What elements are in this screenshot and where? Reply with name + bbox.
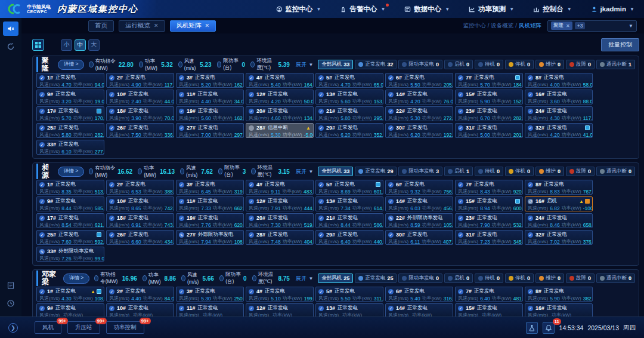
status-filter-button[interactable]: 待机 0 — [475, 274, 503, 283]
status-filter-button[interactable]: 维护 0 — [535, 167, 564, 176]
turbine-card[interactable]: 12# 正常发电 风速(m/s) 4.20 功率(kW) 50.00 — [246, 90, 314, 105]
turbine-card[interactable]: 28# 信息中断 ▲ 风速(m/s) 5.30 功率(kW) -5.00 — [246, 123, 314, 138]
size-large-button[interactable]: 大 — [88, 39, 100, 51]
status-filter-button[interactable]: 正常发电 29 — [355, 167, 397, 176]
turbine-card[interactable]: 17# 正常发电 风速(m/s) 8.54 功率(kW) 621.00 — [36, 213, 104, 228]
turbine-card[interactable]: 15# 正常发电 风速(m/s) 8.94 功率(kW) 600.00 — [455, 196, 523, 211]
status-filter-button[interactable]: 通讯中断 1 — [596, 60, 635, 69]
status-filter-button[interactable]: 待机 0 — [475, 167, 503, 176]
turbine-card[interactable]: 8# 正常发电 风速(m/s) 5.90 功率(kW) 382.00 — [525, 287, 593, 302]
turbine-card[interactable]: 9# 正常发电 风速(m/s) 功率(kW) — [36, 303, 104, 317]
status-filter-button[interactable]: 待机 0 — [475, 60, 503, 69]
expand-link[interactable]: 展开 ▼ — [296, 168, 313, 176]
notification-button[interactable]: 11 — [543, 322, 555, 334]
turbine-card[interactable]: 3# 正常发电 风速(m/s) 6.45 功率(kW) 319.00 — [176, 180, 244, 195]
turbine-card[interactable]: 14# 正常发电 风速(m/s) 6.03 功率(kW) 456.00 — [385, 196, 453, 211]
menu-monitor-center[interactable]: 监控中心▼ — [267, 0, 331, 18]
size-small-button[interactable]: 小 — [61, 39, 72, 51]
turbine-card[interactable]: 1# 正常发电 ▲ 风速(m/s) 4.30 功率(kW) 108.00 — [36, 287, 104, 302]
turbine-card[interactable]: 10# 正常发电 风速(m/s) 2.40 功率(kW) 44.00 — [106, 90, 174, 105]
history-button[interactable] — [3, 296, 18, 311]
turbine-card[interactable]: 8# 正常发电 风速(m/s) 4.00 功率(kW) 58.00 — [525, 73, 593, 88]
turbine-card[interactable]: 23# 正常发电 风速(m/s) 7.90 功率(kW) 532.00 — [455, 213, 523, 228]
status-filter-button[interactable]: 限功率发电 3 — [398, 167, 442, 176]
turbine-card[interactable]: 23# 正常发电 风速(m/s) 6.70 功率(kW) 282.00 — [455, 106, 523, 121]
log-list-button[interactable] — [3, 278, 18, 293]
turbine-card[interactable]: 14# 正常发电 风速(m/s) 功率(kW) — [385, 303, 453, 317]
collapse-toggle-button[interactable]: ❯ — [8, 323, 18, 333]
turbine-card[interactable]: 2# 正常发电 风速(m/s) 4.90 功率(kW) 117.00 — [106, 73, 174, 88]
status-filter-button[interactable]: 启机 1 — [444, 167, 473, 176]
filter-tag[interactable]: 聚隆✕ — [551, 21, 572, 30]
turbine-card[interactable]: 30# 正常发电 风速(m/s) 6.11 功率(kW) 407.00 — [385, 230, 453, 245]
turbine-card[interactable]: 13# 正常发电 风速(m/s) 功率(kW) — [315, 303, 383, 317]
turbine-card[interactable]: 12# 正常发电 风速(m/s) 功率(kW) — [246, 303, 314, 317]
turbine-card[interactable]: 10# 正常发电 风速(m/s) 8.65 功率(kW) 742.00 — [106, 196, 174, 211]
size-medium-button[interactable]: 中 — [75, 39, 86, 51]
expand-link[interactable]: 展开 ▼ — [296, 275, 313, 282]
turbine-card[interactable]: 9# 正常发电 风速(m/s) 3.20 功率(kW) 19.00 — [36, 90, 104, 105]
close-icon[interactable]: ✕ — [566, 23, 570, 29]
turbine-card[interactable]: 32# 正常发电 风速(m/s) 4.20 功率(kW) 41.00 — [525, 123, 593, 138]
fan-alarms-button[interactable]: 风机99+ — [35, 321, 61, 334]
status-filter-button[interactable]: 限功率发电 0 — [398, 274, 442, 283]
turbine-card[interactable]: 8# 正常发电 风速(m/s) 8.83 功率(kW) 767.00 — [525, 180, 593, 195]
status-filter-button[interactable]: 通讯中断 0 — [596, 167, 635, 176]
breadcrumb-item[interactable]: 设备概览 — [491, 22, 513, 29]
status-filter-button[interactable]: 通讯中断 0 — [596, 274, 635, 283]
turbine-card[interactable]: 20# 正常发电 风速(m/s) 7.30 功率(kW) 519.00 — [246, 213, 314, 228]
status-filter-button[interactable]: 正常发电 32 — [355, 60, 397, 69]
substation-alarms-button[interactable]: 升压站99+ — [67, 321, 100, 334]
status-filter-button[interactable]: 停机 0 — [505, 274, 534, 283]
farm-detail-button[interactable]: 详情 > — [58, 167, 84, 177]
report-button[interactable] — [526, 322, 538, 334]
menu-user-account[interactable]: jkadmin▼ — [581, 0, 644, 18]
refresh-button[interactable] — [3, 39, 18, 54]
status-filter-button[interactable]: 全部风机 25 — [318, 274, 353, 283]
turbine-card[interactable]: 31# 正常发电 风速(m/s) 7.23 功率(kW) 345.00 — [455, 230, 523, 245]
turbine-card[interactable]: 11# 正常发电 风速(m/s) 4.40 功率(kW) 34.00 — [176, 90, 244, 105]
turbine-card[interactable]: 11# 正常发电 风速(m/s) 7.33 功率(kW) 662.00 — [176, 196, 244, 211]
turbine-card[interactable]: 33# 外部限功率发电 风速(m/s) 7.26 功率(kW) 99.00 — [36, 247, 104, 262]
turbine-card[interactable]: 29# 正常发电 风速(m/s) 6.20 功率(kW) 352.00 — [315, 123, 383, 138]
turbine-card[interactable]: 7# 正常发电 风速(m/s) 5.70 功率(kW) 184.00 — [455, 73, 523, 88]
status-filter-button[interactable]: 停机 0 — [505, 167, 534, 176]
breadcrumb-item[interactable]: 监控中心 — [463, 22, 486, 29]
turbine-card[interactable]: 20# 正常发电 风速(m/s) 4.60 功率(kW) 134.00 — [246, 106, 314, 121]
turbine-card[interactable]: 25# 正常发电 风速(m/s) 7.60 功率(kW) 592.00 — [36, 230, 104, 245]
status-filter-button[interactable]: 维护 0 — [535, 60, 564, 69]
turbine-card[interactable]: 31# 正常发电 风速(m/s) 5.00 功率(kW) 201.00 — [455, 123, 523, 138]
status-filter-button[interactable]: 限功率发电 0 — [398, 60, 442, 69]
turbine-card[interactable]: 15# 正常发电 风速(m/s) 5.90 功率(kW) 152.00 — [455, 90, 523, 105]
grid-view-button[interactable] — [32, 39, 44, 51]
turbine-card[interactable]: 17# 正常发电 风速(m/s) 5.70 功率(kW) 170.00 — [36, 106, 104, 121]
turbine-card[interactable]: 15# 正常发电 风速(m/s) 功率(kW) — [455, 303, 523, 317]
close-icon[interactable]: ✕ — [205, 23, 210, 29]
turbine-card[interactable]: 5# 正常发电 风速(m/s) 5.50 功率(kW) 311.00 — [315, 287, 383, 302]
turbine-card[interactable]: 22# 正常发电 风速(m/s) 5.30 功率(kW) 272.00 — [385, 106, 453, 121]
tab-turbine-matrix[interactable]: 风机矩阵 ✕ — [170, 20, 216, 32]
turbine-card[interactable]: 10# 正常发电 风速(m/s) 功率(kW) — [106, 303, 174, 317]
turbine-card[interactable]: 27# 正常发电 风速(m/s) 7.00 功率(kW) 297.00 — [176, 123, 244, 138]
turbine-card[interactable]: 18# 正常发电 风速(m/s) 3.90 功率(kW) 70.00 — [106, 106, 174, 121]
turbine-card[interactable]: 12# 正常发电 风速(m/s) 7.91 功率(kW) 444.00 — [246, 196, 314, 211]
turbine-card[interactable]: 6# 正常发电 风速(m/s) 5.40 功率(kW) 316.00 — [385, 287, 453, 302]
turbine-card[interactable]: 6# 正常发电 风速(m/s) 5.50 功率(kW) 205.00 — [385, 73, 453, 88]
turbine-card[interactable]: 24# 正常发电 风速(m/s) 4.30 功率(kW) 117.00 — [525, 106, 593, 121]
status-filter-button[interactable]: 停机 0 — [505, 60, 534, 69]
status-filter-button[interactable]: 启机 0 — [444, 60, 473, 69]
turbine-card[interactable]: 32# 正常发电 风速(m/s) 7.02 功率(kW) 376.00 — [525, 230, 593, 245]
power-control-alarms-button[interactable]: 功率控制99+ — [106, 321, 144, 334]
turbine-card[interactable]: 24# 正常发电 风速(m/s) 8.46 功率(kW) 658.00 — [525, 213, 593, 228]
menu-alarm-center[interactable]: 告警中心▼ — [330, 0, 395, 18]
turbine-card[interactable]: 4# 正常发电 风速(m/s) 5.40 功率(kW) 164.00 — [246, 73, 314, 88]
status-filter-button[interactable]: 维护 0 — [535, 274, 564, 283]
batch-control-button[interactable]: 批量控制 — [601, 38, 639, 51]
tab-operation-overview[interactable]: 运行概览 ✕ — [119, 20, 165, 32]
turbine-card[interactable]: 3# 正常发电 风速(m/s) 5.30 功率(kW) 250.00 — [176, 287, 244, 302]
turbine-card[interactable]: 3# 正常发电 风速(m/s) 5.20 功率(kW) 162.00 — [176, 73, 244, 88]
turbine-card[interactable]: 13# 正常发电 风速(m/s) 7.34 功率(kW) 614.00 — [315, 196, 383, 211]
status-filter-button[interactable]: 正常发电 25 — [355, 274, 397, 283]
turbine-card[interactable]: 26# 正常发电 风速(m/s) 7.50 功率(kW) 336.00 — [106, 123, 174, 138]
turbine-card[interactable]: 27# 外部限功率发电 风速(m/s) 7.94 功率(kW) 108.00 — [176, 230, 244, 245]
